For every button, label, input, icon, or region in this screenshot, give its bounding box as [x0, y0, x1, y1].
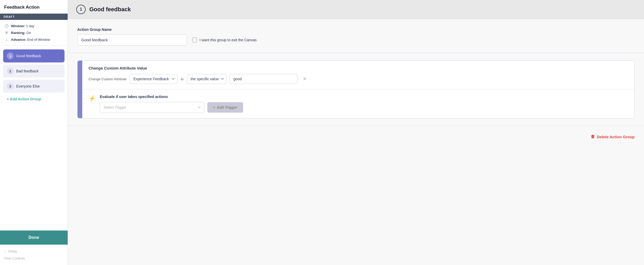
action-card: Change Custom Attribute Value Change Cus… — [77, 60, 635, 118]
select-trigger-dropdown[interactable]: Select Trigger — [100, 102, 204, 113]
experience-feedback-dropdown[interactable]: Experience Feedback — [130, 74, 178, 84]
delete-label: Delete Action Group — [597, 135, 635, 139]
to-label: to — [181, 77, 184, 81]
exit-canvas-text: I want this group to exit the Canvas — [200, 38, 257, 42]
exit-canvas-label[interactable]: I want this group to exit the Canvas — [192, 38, 257, 42]
meta-ranking: ≡ Ranking: On — [4, 30, 63, 35]
trash-icon: 🗑 — [591, 134, 595, 139]
meta-window-label: Window: 1 day — [11, 24, 34, 28]
group-item-3[interactable]: 3 Everyone Else — [3, 80, 65, 93]
bolt-icon-container: ⚡ — [89, 95, 96, 102]
group-label-2: Bad feedback — [16, 69, 39, 73]
group-number-3: 3 — [7, 83, 14, 90]
divider-2 — [68, 126, 644, 126]
group-number-1: 1 — [7, 53, 14, 59]
done-button[interactable]: Done — [0, 231, 68, 245]
specific-value-dropdown[interactable]: the specific value — [187, 74, 226, 84]
main-header: 1 Good feedback — [68, 0, 644, 19]
add-action-group-button[interactable]: + Add Action Group — [3, 95, 65, 103]
exit-canvas-checkbox[interactable] — [192, 38, 197, 42]
evaluate-content: Evaluate if user takes specified actions… — [100, 95, 628, 113]
header-title: Good feedback — [89, 6, 131, 13]
action-group-name-label: Action Group Name — [77, 27, 635, 32]
group-label-1: Good feedback — [16, 54, 41, 58]
action-card-body: Change Custom Attribute Value Change Cus… — [82, 61, 634, 118]
value-input[interactable] — [230, 74, 297, 84]
delete-action-group-button[interactable]: 🗑 Delete Action Group — [591, 134, 635, 139]
main-body: Action Group Name I want this group to e… — [68, 19, 644, 134]
ranking-icon: ≡ — [4, 30, 9, 35]
meta-advance: ↓ Advance: End of Window — [4, 37, 63, 42]
name-row: I want this group to exit the Canvas — [77, 34, 635, 45]
evaluate-section: ⚡ Evaluate if user takes specified actio… — [82, 89, 634, 118]
add-trigger-label: Add Trigger — [217, 105, 237, 110]
add-trigger-icon: + — [213, 105, 215, 110]
change-custom-attribute-label: Change Custom Attribute — [89, 77, 126, 81]
cca-section: Change Custom Attribute Value Change Cus… — [82, 61, 634, 89]
bottom-actions: 🗑 Delete Action Group — [68, 134, 644, 145]
delay-item: ○ Delay — [4, 248, 63, 255]
sidebar-meta: 🕐 Window: 1 day ≡ Ranking: On ↓ Advance:… — [0, 20, 68, 46]
add-trigger-button[interactable]: + Add Trigger — [207, 102, 243, 113]
sidebar-title: Feedback Action — [0, 0, 68, 14]
delay-label: Delay — [8, 249, 17, 253]
bolt-icon: ⚡ — [89, 95, 96, 102]
evaluate-title: Evaluate if user takes specified actions — [100, 95, 628, 99]
cca-title: Change Custom Attribute Value — [89, 66, 628, 70]
flow-controls-item: Flow Controls — [4, 255, 63, 262]
remove-attribute-button[interactable]: ✕ — [301, 76, 309, 82]
main-content: 1 Good feedback Action Group Name I want… — [68, 0, 644, 265]
action-card-inner: Change Custom Attribute Value Change Cus… — [78, 61, 634, 118]
meta-ranking-label: Ranking: On — [11, 31, 31, 35]
advance-icon: ↓ — [4, 37, 9, 42]
header-number: 1 — [76, 5, 86, 14]
divider-1 — [68, 53, 644, 53]
delay-icon: ○ — [4, 249, 6, 253]
group-item-1[interactable]: 1 Good feedback — [3, 49, 65, 62]
group-label-3: Everyone Else — [16, 84, 40, 88]
flow-controls-label: Flow Controls — [4, 256, 25, 260]
sidebar-groups: 1 Good feedback 2 Bad feedback 3 Everyon… — [0, 46, 68, 231]
group-number-2: 2 — [7, 68, 14, 74]
group-item-2[interactable]: 2 Bad feedback — [3, 65, 65, 78]
cca-row: Change Custom Attribute Experience Feedb… — [89, 74, 628, 84]
action-group-name-section: Action Group Name I want this group to e… — [77, 27, 635, 45]
action-card-left-bar — [78, 61, 82, 118]
sidebar: Feedback Action DRAFT 🕐 Window: 1 day ≡ … — [0, 0, 68, 265]
draft-badge: DRAFT — [0, 14, 68, 20]
trigger-row: Select Trigger + Add Trigger — [100, 102, 628, 113]
sidebar-bottom: ○ Delay Flow Controls — [0, 245, 68, 265]
meta-window: 🕐 Window: 1 day — [4, 24, 63, 28]
clock-icon: 🕐 — [4, 24, 9, 28]
meta-advance-label: Advance: End of Window — [11, 38, 50, 42]
action-group-name-input[interactable] — [77, 34, 187, 45]
